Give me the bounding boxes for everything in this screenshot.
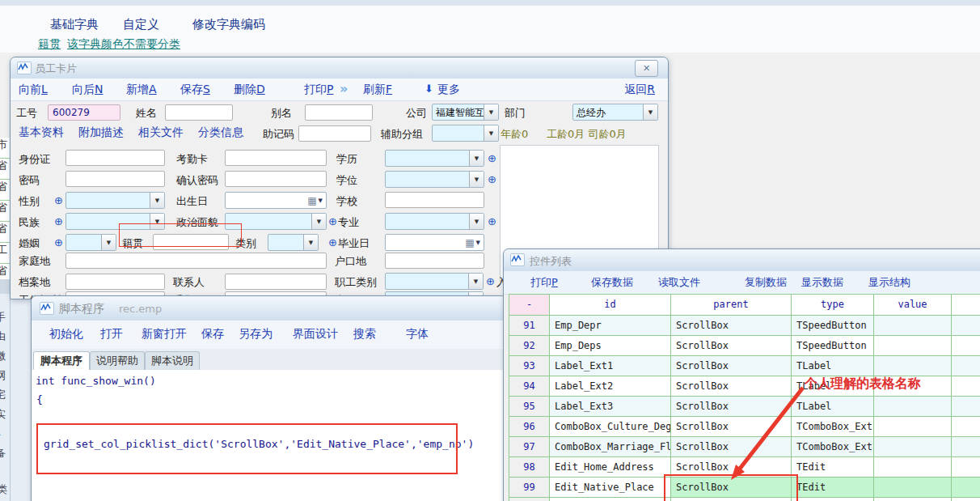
add-button[interactable]: 新增A [126, 83, 157, 97]
window-app-icon [510, 253, 525, 266]
prev-button[interactable]: 向前L [19, 83, 48, 97]
category-dropdown[interactable]: ▼ [268, 234, 319, 251]
show-data-button[interactable]: 显示数据 [801, 275, 843, 290]
marriage-dropdown[interactable]: ▼ [65, 234, 116, 251]
password-input[interactable] [65, 171, 165, 187]
native-place-input[interactable] [153, 234, 229, 250]
read-file-button[interactable]: 读取文件 [658, 275, 700, 290]
attendance-input[interactable] [225, 150, 327, 166]
alias-input[interactable] [305, 104, 373, 121]
degree-dropdown[interactable]: ▼ [385, 171, 484, 188]
window-title: 脚本程序 [59, 302, 104, 316]
header-value[interactable]: value [874, 295, 952, 316]
tab-extra-desc[interactable]: 附加描述 [78, 125, 124, 140]
table-row[interactable]: 97ComboBox_Marriage_Flag ScrollBoxTCombo… [509, 437, 980, 457]
more-button[interactable]: 更多 [437, 83, 460, 97]
save-button[interactable]: 保存 [201, 327, 224, 342]
header-id[interactable]: id [550, 295, 671, 316]
next-button[interactable]: 向后N [72, 83, 103, 97]
refresh-button[interactable]: 刷新F [363, 83, 392, 97]
copy-data-button[interactable]: 复制数据 [745, 275, 787, 290]
back-button[interactable]: 返回R [624, 83, 655, 97]
code-line-1: int func_show_win() [36, 375, 156, 387]
table-row[interactable]: 91Emp_Depr ScrollBoxTSpeedButton [509, 316, 980, 336]
menu-item-custom[interactable]: 自定义 [123, 17, 159, 32]
education-dropdown[interactable]: ▼ [385, 150, 484, 167]
search-button[interactable]: 搜索 [353, 327, 376, 342]
open-button[interactable]: 打开 [100, 327, 123, 342]
header-type[interactable]: type [792, 295, 874, 316]
down-arrow-icon: ⬇ [425, 83, 433, 95]
header-parent[interactable]: parent [671, 295, 792, 316]
table-row[interactable]: 92Emp_Deps ScrollBoxTSpeedButton [509, 336, 980, 356]
archive-input[interactable] [65, 274, 165, 290]
table-row[interactable]: 93Label_Ext1 ScrollBoxTLabel [509, 356, 980, 376]
confirm-password-input[interactable] [225, 171, 327, 187]
table-row[interactable]: 96ComboBox_Culture_Degree ScrollBoxTComb… [509, 417, 980, 437]
plus-icon[interactable]: ⊕ [54, 237, 63, 248]
name-input[interactable] [165, 104, 233, 121]
home-address-input[interactable] [65, 253, 327, 269]
mnemonic-input[interactable] [298, 125, 371, 142]
plus-icon[interactable]: ⊕ [54, 216, 63, 227]
save-button[interactable]: 保存S [180, 83, 210, 97]
registered-address-input[interactable] [385, 253, 484, 269]
major-dropdown[interactable]: ▼ [385, 213, 484, 230]
plus-icon[interactable]: ⊕ [488, 216, 496, 227]
tab-help[interactable]: 说明帮助 [90, 351, 145, 371]
company-dropdown[interactable]: 福建智能互联网有限公司▼ [432, 104, 499, 121]
ui-design-button[interactable]: 界面设计 [293, 327, 338, 342]
idcard-input[interactable] [65, 150, 165, 166]
save-as-button[interactable]: 另存为 [239, 327, 272, 342]
graduation-datepicker[interactable]: ▦▼ [385, 234, 484, 251]
control-list-titlebar[interactable]: 控件列表 [504, 249, 980, 272]
dict-note: 该字典颜色不需要分类 [67, 37, 180, 52]
gender-dropdown[interactable]: ▼ [65, 192, 165, 209]
menu-item-edit-dict-code[interactable]: 修改字典编码 [192, 17, 265, 32]
open-new-window-button[interactable]: 新窗打开 [142, 327, 187, 342]
print-button[interactable]: 打印P [530, 275, 558, 290]
code-line-2: { [36, 393, 43, 405]
table-row-selected[interactable]: 99Edit_Native_Place ScrollBox TEdit [509, 478, 980, 498]
plus-icon[interactable]: ⊕ [328, 237, 337, 248]
close-button[interactable]: ✕ [635, 60, 658, 77]
plus-icon[interactable]: ⊕ [488, 153, 496, 163]
school-input[interactable] [385, 192, 484, 208]
plus-icon[interactable]: ⊕ [328, 216, 337, 227]
window-title: 控件列表 [530, 254, 572, 269]
mnemonic-label: 助记码 [263, 127, 294, 142]
table-row[interactable]: 98Edit_Home_Address ScrollBoxTEdit [509, 457, 980, 478]
tab-related-files[interactable]: 相关文件 [138, 125, 184, 140]
employee-card-titlebar[interactable]: 员工卡片 ✕ [11, 57, 668, 79]
politics-dropdown[interactable]: ▼ [225, 213, 327, 230]
dict-name-link[interactable]: 籍贯 [38, 37, 61, 52]
plus-icon[interactable]: ⊕ [486, 276, 495, 287]
init-button[interactable]: 初始化 [49, 327, 83, 342]
delete-button[interactable]: 删除D [234, 83, 265, 97]
double-arrow-icon[interactable]: » [340, 81, 348, 96]
script-window: 脚本程序 rec.emp 初始化 打开 新窗打开 保存 另存为 界面设计 搜索 … [31, 295, 507, 501]
code-editor[interactable]: int func_show_win() { grid_set_col_pickl… [32, 370, 505, 501]
plus-icon[interactable]: ⊕ [54, 195, 63, 206]
tab-script-desc[interactable]: 脚本说明 [145, 351, 200, 371]
tab-script-program[interactable]: 脚本程序 [33, 351, 90, 372]
tab-category-info[interactable]: 分类信息 [198, 125, 243, 140]
script-titlebar[interactable]: 脚本程序 rec.emp [32, 296, 506, 321]
show-structure-button[interactable]: 显示结构 [868, 275, 910, 290]
emp-id-input[interactable]: 600279 [48, 104, 120, 121]
department-dropdown[interactable]: 总经办▼ [572, 104, 658, 121]
employee-type-dropdown[interactable]: ▼ [385, 273, 484, 290]
header-index[interactable]: - [509, 295, 550, 316]
plus-icon[interactable]: ⊕ [488, 174, 496, 185]
contact-input[interactable] [225, 274, 327, 290]
header-extra [952, 295, 980, 316]
print-button[interactable]: 打印P [304, 83, 333, 97]
menu-item-base-dict[interactable]: 基础字典 [50, 17, 99, 32]
table-row[interactable]: 95Label_Ext3 ScrollBoxTLabel [509, 397, 980, 417]
birthday-datepicker[interactable]: ▦▼ [225, 192, 327, 209]
tab-basic-info[interactable]: 基本资料 [19, 125, 64, 140]
save-data-button[interactable]: 保存数据 [591, 275, 633, 290]
ethnic-dropdown[interactable]: ▼ [65, 213, 165, 230]
aux-group-dropdown[interactable]: ▼ [432, 125, 499, 142]
font-button[interactable]: 字体 [406, 327, 429, 342]
